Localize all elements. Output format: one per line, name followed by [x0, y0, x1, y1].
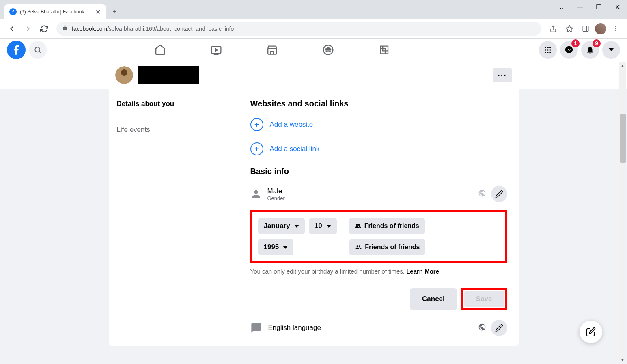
edit-language-button[interactable]: [491, 320, 507, 336]
more-options-button[interactable]: ···: [493, 68, 512, 82]
nav-marketplace[interactable]: [246, 39, 298, 61]
chevron-down-icon[interactable]: ⌄: [552, 0, 571, 13]
save-button[interactable]: Save: [464, 291, 504, 307]
birthday-edit-highlight: January 10 Friends of friends: [250, 210, 507, 263]
svg-point-9: [327, 47, 329, 50]
plus-icon: +: [250, 118, 263, 131]
forward-button[interactable]: [21, 22, 35, 36]
friends-icon: [355, 223, 361, 229]
caret-down-icon: [283, 246, 288, 249]
birthday-month-dropdown[interactable]: January: [258, 218, 305, 234]
messenger-badge: 1: [571, 39, 580, 47]
browser-tab[interactable]: f (9) Selva Bharathi | Facebook ✕: [4, 4, 106, 19]
cancel-button[interactable]: Cancel: [410, 288, 457, 310]
svg-marker-0: [566, 25, 573, 32]
plus-icon: +: [250, 142, 263, 155]
svg-point-11: [329, 49, 331, 50]
svg-point-20: [549, 52, 551, 53]
profile-bar: ···: [109, 61, 519, 89]
side-panel-icon[interactable]: [579, 22, 593, 36]
svg-marker-6: [215, 48, 218, 51]
nav-center: [134, 39, 410, 61]
browser-chrome: f (9) Selva Bharathi | Facebook ✕ + ⌄ — …: [0, 0, 627, 39]
birthday-md-privacy-button[interactable]: Friends of friends: [349, 218, 425, 234]
tab-strip: f (9) Selva Bharathi | Facebook ✕ + ⌄ — …: [0, 0, 627, 19]
profile-name: [138, 66, 199, 84]
scrollbar-down-arrow[interactable]: ▼: [619, 356, 626, 363]
svg-point-15: [545, 49, 546, 50]
close-window-button[interactable]: ✕: [608, 0, 627, 13]
bookmark-star-icon[interactable]: [562, 22, 576, 36]
svg-point-3: [35, 47, 40, 52]
gender-value: Male: [267, 187, 285, 195]
scrollbar-track[interactable]: [619, 62, 626, 358]
speech-bubble-icon: [250, 322, 262, 334]
notifications-badge: 9: [593, 39, 601, 47]
browser-toolbar: facebook.com/selva.bharathi.169/about_co…: [0, 19, 627, 39]
save-highlight: Save: [461, 288, 507, 310]
caret-down-icon: [326, 225, 331, 228]
caret-down-icon: [294, 225, 299, 228]
nav-gaming[interactable]: [358, 39, 410, 61]
add-social-link[interactable]: + Add a social link: [250, 142, 507, 155]
birthday-hint: You can only edit your birthday a limite…: [250, 268, 507, 275]
facebook-favicon: f: [9, 8, 17, 15]
language-row: English language: [250, 320, 507, 336]
tab-title: (9) Selva Bharathi | Facebook: [20, 9, 91, 15]
minimize-button[interactable]: —: [571, 0, 589, 13]
menu-grid-button[interactable]: [539, 41, 557, 59]
svg-rect-1: [583, 26, 588, 32]
svg-point-13: [547, 47, 548, 48]
add-website-link[interactable]: + Add a website: [250, 118, 507, 131]
gender-label: Gender: [267, 195, 285, 201]
maximize-button[interactable]: ☐: [589, 0, 608, 13]
svg-point-12: [545, 47, 546, 48]
caret-down-icon: [609, 48, 614, 51]
reload-button[interactable]: [37, 22, 52, 36]
learn-more-link[interactable]: Learn More: [406, 268, 439, 275]
kebab-menu-icon[interactable]: ⋮: [609, 22, 623, 36]
notifications-button[interactable]: 9: [581, 41, 599, 59]
svg-point-19: [547, 52, 548, 53]
svg-point-10: [325, 49, 327, 50]
person-icon: [250, 188, 262, 200]
birthday-year-dropdown[interactable]: 1995: [258, 239, 294, 255]
content-wrapper: Details about you Life events Websites a…: [0, 89, 627, 364]
search-button[interactable]: [29, 41, 47, 59]
birthday-year-privacy-button[interactable]: Friends of friends: [349, 239, 425, 255]
sidebar-item-details[interactable]: Details about you: [112, 96, 235, 112]
facebook-logo[interactable]: [7, 41, 26, 59]
action-row: Cancel Save: [250, 282, 507, 310]
websites-section-title: Websites and social links: [250, 99, 507, 108]
new-tab-button[interactable]: +: [109, 6, 121, 17]
birthday-day-dropdown[interactable]: 10: [309, 218, 337, 234]
svg-point-18: [545, 52, 546, 53]
globe-icon[interactable]: [478, 189, 486, 199]
nav-groups[interactable]: [302, 39, 354, 61]
main-panel: Websites and social links + Add a websit…: [239, 89, 519, 346]
svg-point-16: [547, 49, 548, 50]
url-text: facebook.com/selva.bharathi.169/about_co…: [72, 26, 234, 32]
messenger-button[interactable]: 1: [560, 41, 578, 59]
back-button[interactable]: [4, 22, 19, 36]
profile-avatar-icon[interactable]: [595, 23, 606, 34]
scrollbar-thumb[interactable]: [620, 114, 626, 163]
profile-avatar[interactable]: [115, 66, 133, 84]
address-bar[interactable]: facebook.com/selva.bharathi.169/about_co…: [56, 22, 541, 36]
edit-gender-button[interactable]: [491, 186, 507, 202]
svg-line-4: [39, 51, 40, 52]
nav-watch[interactable]: [190, 39, 242, 61]
nav-home[interactable]: [134, 39, 186, 61]
gender-row: Male Gender: [250, 186, 507, 202]
share-icon[interactable]: [546, 22, 560, 36]
account-dropdown[interactable]: [602, 41, 620, 59]
compose-fab[interactable]: [580, 321, 602, 343]
scrollbar-up-arrow[interactable]: ▲: [619, 62, 626, 69]
friends-icon: [355, 244, 362, 250]
lock-icon: [62, 25, 68, 32]
basic-info-title: Basic info: [250, 167, 507, 176]
globe-icon[interactable]: [478, 323, 486, 333]
tab-close-icon[interactable]: ✕: [95, 9, 101, 15]
sidebar-item-life-events[interactable]: Life events: [112, 122, 235, 138]
language-value: English language: [268, 324, 321, 332]
